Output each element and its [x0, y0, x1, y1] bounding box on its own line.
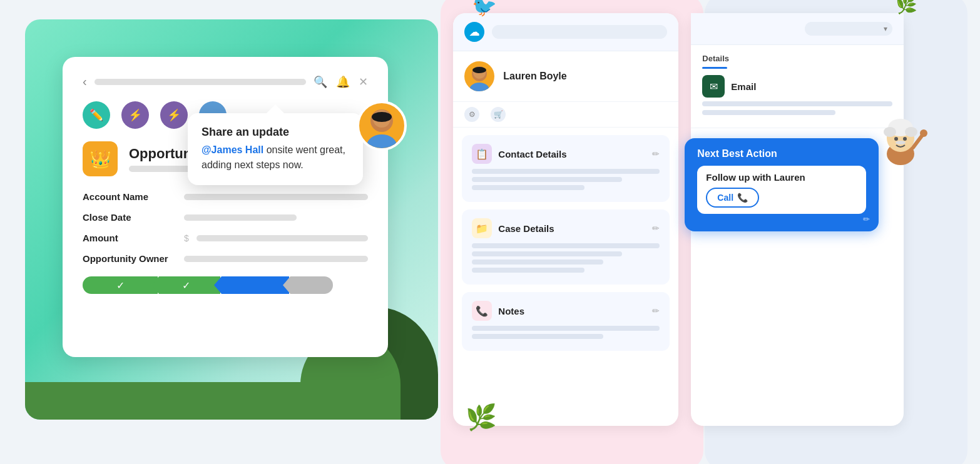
svg-point-17 — [920, 129, 927, 137]
case-details-icon: 📁 — [472, 218, 492, 238]
account-name-value — [184, 194, 368, 200]
nba-call-button[interactable]: Call 📞 — [706, 188, 759, 208]
header-title-bar — [94, 79, 306, 85]
lightning-button-2[interactable]: ⚡ — [160, 101, 188, 129]
owner-value — [184, 256, 368, 262]
popup-arrow — [267, 104, 284, 113]
owner-label: Opportunity Owner — [83, 253, 176, 264]
crm-header: ☁ — [453, 13, 678, 51]
popup-mention: @James Hall — [202, 144, 263, 155]
crm-search-bar[interactable] — [492, 25, 667, 39]
lightning-button-1[interactable]: ⚡ — [121, 101, 149, 129]
case-details-line-2 — [472, 251, 622, 256]
header-icons: 🔍 🔔 ✕ — [314, 75, 368, 89]
contact-details-header: 📋 Contact Details ✏ — [472, 144, 660, 164]
action-top-bar: ▾ — [691, 13, 904, 45]
contact-details-line-3 — [472, 185, 584, 190]
opportunity-card: ‹ 🔍 🔔 ✕ ✏️ ⚡ ⚡ ••• 👑 Opportunity — [63, 57, 388, 357]
opportunity-icon: 👑 — [83, 141, 118, 176]
crm-nav-icon-1[interactable]: ⚙ — [464, 107, 479, 122]
popup-text: @James Hall onsite went great, adding ne… — [202, 143, 349, 173]
svg-point-7 — [472, 67, 486, 73]
next-best-action-card: Next Best Action Follow up with Lauren C… — [685, 138, 879, 231]
svg-point-15 — [896, 141, 906, 144]
case-details-card: 📁 Case Details ✏ — [462, 209, 670, 285]
call-label: Call — [717, 193, 733, 203]
contact-details-icon: 📋 — [472, 144, 492, 164]
email-line-1 — [702, 101, 892, 106]
notes-header: 📞 Notes ✏ — [472, 301, 660, 321]
case-details-line-3 — [472, 260, 603, 265]
notes-line-1 — [472, 326, 660, 331]
account-name-field: Account Name — [83, 191, 368, 202]
email-icon-box: ✉ — [702, 75, 725, 98]
svg-point-11 — [884, 127, 896, 137]
svg-point-1 — [367, 134, 397, 148]
contact-details-title: Contact Details — [498, 149, 566, 159]
phone-icon: 📞 — [737, 193, 748, 203]
svg-point-12 — [905, 127, 917, 137]
contact-details-card: 📋 Contact Details ✏ — [462, 135, 670, 202]
share-update-popup: Share an update @James Hall onsite went … — [188, 113, 363, 185]
email-label: Email — [731, 81, 756, 92]
contact-details-line-1 — [472, 169, 660, 174]
svg-point-13 — [894, 137, 898, 141]
dropdown-chevron: ▾ — [884, 24, 887, 33]
crm-nav-icons: ⚙ 🛒 — [453, 102, 678, 128]
case-details-title: Case Details — [498, 223, 554, 234]
left-section: ‹ 🔍 🔔 ✕ ✏️ ⚡ ⚡ ••• 👑 Opportunity — [25, 19, 453, 445]
right-section: 🐦 🌿 🌿 ☁ Lauren Boyle ⚙ 🛒 — [453, 13, 955, 451]
card-fields: Account Name Close Date Amount $ Opportu… — [83, 191, 368, 264]
close-icon[interactable]: ✕ — [359, 75, 368, 89]
details-label: Details — [702, 54, 892, 63]
notes-icon: 📞 — [472, 301, 492, 321]
notes-title: Notes — [498, 306, 524, 316]
contact-details-edit-icon[interactable]: ✏ — [652, 149, 660, 159]
close-date-value — [184, 214, 297, 221]
account-name-label: Account Name — [83, 191, 176, 202]
contact-row: Lauren Boyle — [453, 51, 678, 102]
notes-edit-icon[interactable]: ✏ — [652, 306, 660, 316]
svg-line-16 — [913, 135, 922, 148]
contact-name: Lauren Boyle — [503, 71, 566, 82]
progress-step-3 — [214, 276, 289, 294]
card-header: ‹ 🔍 🔔 ✕ — [83, 74, 368, 89]
progress-step-2: ✓ — [151, 276, 220, 294]
close-date-field: Close Date — [83, 212, 368, 223]
details-section: Details ✉ Email — [691, 45, 904, 128]
progress-bar: ✓ ✓ — [83, 276, 368, 294]
contact-details-line-2 — [472, 177, 622, 182]
email-line-2 — [702, 110, 835, 115]
case-details-header: 📁 Case Details ✏ — [472, 218, 660, 238]
contact-avatar — [464, 61, 494, 91]
case-details-line-1 — [472, 243, 660, 248]
bird-right-decoration: 🌿 — [896, 0, 917, 15]
amount-label: Amount — [83, 233, 176, 243]
nba-edit-icon[interactable]: ✏ — [863, 214, 870, 224]
edit-button[interactable]: ✏️ — [83, 101, 110, 129]
contact-avatar-img — [464, 61, 494, 91]
back-button[interactable]: ‹ — [83, 74, 87, 89]
details-underline — [702, 67, 727, 69]
case-details-edit-icon[interactable]: ✏ — [652, 223, 660, 233]
close-date-label: Close Date — [83, 212, 176, 223]
amount-value — [197, 235, 368, 241]
salesforce-logo: ☁ — [464, 22, 484, 42]
action-dropdown[interactable]: ▾ — [805, 22, 892, 36]
notes-line-2 — [472, 334, 603, 339]
email-row: ✉ Email — [702, 75, 892, 98]
plant-decoration: 🌿 — [466, 403, 497, 432]
dollar-sign: $ — [184, 233, 189, 243]
svg-point-3 — [372, 112, 392, 122]
crm-nav-icon-2[interactable]: 🛒 — [491, 107, 506, 122]
case-details-line-4 — [472, 268, 584, 273]
search-icon[interactable]: 🔍 — [314, 75, 327, 89]
owner-field: Opportunity Owner — [83, 253, 368, 264]
nba-title: Next Best Action — [697, 148, 866, 159]
einstein-character — [872, 110, 929, 166]
bell-icon[interactable]: 🔔 — [336, 75, 350, 89]
action-panel: ▾ Details ✉ Email Next Best Action Follo… — [691, 13, 904, 426]
einstein-illustration — [872, 110, 929, 166]
notes-card: 📞 Notes ✏ — [462, 292, 670, 351]
nba-follow-up-text: Follow up with Lauren — [706, 172, 805, 183]
